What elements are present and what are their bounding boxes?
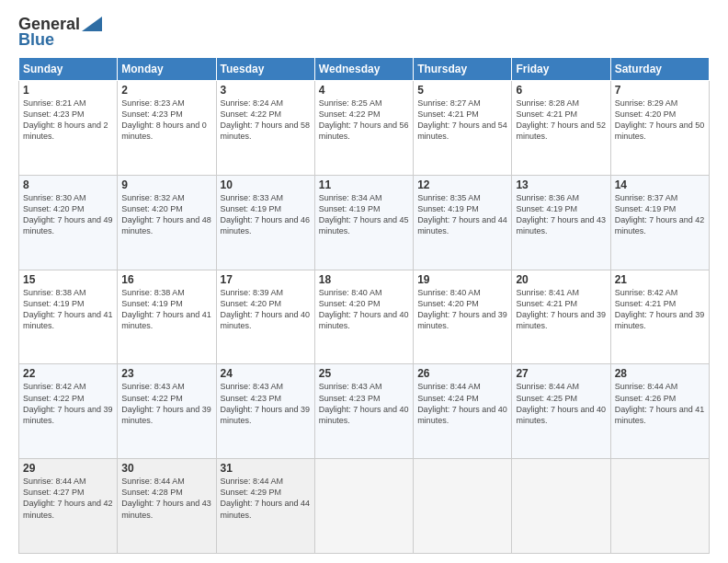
calendar-cell: 28 Sunrise: 8:44 AMSunset: 4:26 PMDaylig… (610, 364, 709, 459)
calendar-cell: 17 Sunrise: 8:39 AMSunset: 4:20 PMDaylig… (216, 270, 314, 364)
day-detail: Sunrise: 8:38 AMSunset: 4:19 PMDaylight:… (23, 288, 113, 330)
day-detail: Sunrise: 8:38 AMSunset: 4:19 PMDaylight:… (121, 288, 211, 330)
day-detail: Sunrise: 8:44 AMSunset: 4:26 PMDaylight:… (615, 382, 705, 424)
calendar-header-friday: Friday (512, 58, 610, 81)
day-number: 16 (121, 273, 211, 286)
calendar-cell: 5 Sunrise: 8:27 AMSunset: 4:21 PMDayligh… (414, 81, 512, 176)
calendar-cell: 20 Sunrise: 8:41 AMSunset: 4:21 PMDaylig… (512, 270, 610, 364)
day-number: 3 (221, 84, 311, 97)
day-detail: Sunrise: 8:42 AMSunset: 4:22 PMDaylight:… (23, 382, 113, 424)
calendar-cell: 6 Sunrise: 8:28 AMSunset: 4:21 PMDayligh… (512, 81, 610, 176)
calendar-cell (414, 459, 512, 554)
calendar-cell: 15 Sunrise: 8:38 AMSunset: 4:19 PMDaylig… (19, 270, 118, 364)
day-detail: Sunrise: 8:44 AMSunset: 4:29 PMDaylight:… (221, 477, 311, 519)
calendar-header-monday: Monday (118, 58, 216, 81)
day-detail: Sunrise: 8:44 AMSunset: 4:25 PMDaylight:… (516, 382, 606, 424)
day-detail: Sunrise: 8:44 AMSunset: 4:24 PMDaylight:… (417, 382, 507, 424)
header: General Blue (18, 15, 710, 50)
day-number: 29 (23, 462, 113, 475)
day-number: 12 (417, 178, 507, 191)
calendar-cell: 11 Sunrise: 8:34 AMSunset: 4:19 PMDaylig… (314, 175, 413, 270)
day-detail: Sunrise: 8:30 AMSunset: 4:20 PMDaylight:… (23, 193, 113, 236)
day-number: 9 (121, 178, 211, 191)
calendar-header-row: SundayMondayTuesdayWednesdayThursdayFrid… (19, 58, 710, 81)
calendar-cell (610, 459, 709, 554)
calendar-cell: 9 Sunrise: 8:32 AMSunset: 4:20 PMDayligh… (118, 175, 216, 270)
day-detail: Sunrise: 8:44 AMSunset: 4:27 PMDaylight:… (23, 477, 113, 519)
calendar-cell: 26 Sunrise: 8:44 AMSunset: 4:24 PMDaylig… (414, 364, 512, 459)
calendar-week-2: 8 Sunrise: 8:30 AMSunset: 4:20 PMDayligh… (19, 175, 710, 270)
calendar-cell: 29 Sunrise: 8:44 AMSunset: 4:27 PMDaylig… (19, 459, 118, 554)
calendar-week-1: 1 Sunrise: 8:21 AMSunset: 4:23 PMDayligh… (19, 81, 710, 176)
day-number: 28 (615, 367, 705, 380)
day-number: 13 (516, 178, 606, 191)
calendar-week-3: 15 Sunrise: 8:38 AMSunset: 4:19 PMDaylig… (19, 270, 710, 364)
calendar-body: 1 Sunrise: 8:21 AMSunset: 4:23 PMDayligh… (19, 81, 710, 554)
calendar-cell: 22 Sunrise: 8:42 AMSunset: 4:22 PMDaylig… (19, 364, 118, 459)
day-number: 6 (516, 84, 606, 97)
day-detail: Sunrise: 8:28 AMSunset: 4:21 PMDaylight:… (516, 98, 606, 141)
day-detail: Sunrise: 8:44 AMSunset: 4:28 PMDaylight:… (121, 477, 211, 519)
day-detail: Sunrise: 8:39 AMSunset: 4:20 PMDaylight:… (221, 288, 311, 330)
calendar-cell: 24 Sunrise: 8:43 AMSunset: 4:23 PMDaylig… (216, 364, 314, 459)
day-number: 18 (319, 273, 409, 286)
day-detail: Sunrise: 8:43 AMSunset: 4:22 PMDaylight:… (121, 382, 211, 424)
calendar-table: SundayMondayTuesdayWednesdayThursdayFrid… (18, 57, 710, 554)
day-detail: Sunrise: 8:24 AMSunset: 4:22 PMDaylight:… (221, 98, 311, 141)
day-number: 30 (121, 462, 211, 475)
calendar-cell: 30 Sunrise: 8:44 AMSunset: 4:28 PMDaylig… (118, 459, 216, 554)
calendar-cell: 12 Sunrise: 8:35 AMSunset: 4:19 PMDaylig… (414, 175, 512, 270)
day-detail: Sunrise: 8:35 AMSunset: 4:19 PMDaylight:… (417, 193, 507, 236)
calendar-cell: 14 Sunrise: 8:37 AMSunset: 4:19 PMDaylig… (610, 175, 709, 270)
calendar-header-sunday: Sunday (19, 58, 118, 81)
day-detail: Sunrise: 8:33 AMSunset: 4:19 PMDaylight:… (221, 193, 311, 236)
calendar-cell: 3 Sunrise: 8:24 AMSunset: 4:22 PMDayligh… (216, 81, 314, 176)
day-detail: Sunrise: 8:43 AMSunset: 4:23 PMDaylight:… (221, 382, 311, 424)
calendar-cell: 31 Sunrise: 8:44 AMSunset: 4:29 PMDaylig… (216, 459, 314, 554)
day-number: 14 (615, 178, 705, 191)
day-detail: Sunrise: 8:32 AMSunset: 4:20 PMDaylight:… (121, 193, 211, 236)
logo-icon (82, 17, 102, 31)
page: General Blue SundayMondayTuesdayWednesda… (0, 0, 728, 563)
logo-blue-text: Blue (18, 30, 54, 50)
day-number: 27 (516, 367, 606, 380)
day-number: 11 (319, 178, 409, 191)
calendar-cell: 27 Sunrise: 8:44 AMSunset: 4:25 PMDaylig… (512, 364, 610, 459)
day-detail: Sunrise: 8:29 AMSunset: 4:20 PMDaylight:… (615, 98, 705, 141)
day-number: 15 (23, 273, 113, 286)
day-number: 22 (23, 367, 113, 380)
calendar-cell: 25 Sunrise: 8:43 AMSunset: 4:23 PMDaylig… (314, 364, 413, 459)
day-number: 8 (23, 178, 113, 191)
day-detail: Sunrise: 8:40 AMSunset: 4:20 PMDaylight:… (417, 288, 507, 330)
calendar-cell: 21 Sunrise: 8:42 AMSunset: 4:21 PMDaylig… (610, 270, 709, 364)
day-number: 10 (221, 178, 311, 191)
day-number: 20 (516, 273, 606, 286)
day-detail: Sunrise: 8:43 AMSunset: 4:23 PMDaylight:… (319, 382, 409, 424)
day-number: 21 (615, 273, 705, 286)
day-detail: Sunrise: 8:41 AMSunset: 4:21 PMDaylight:… (516, 288, 606, 330)
day-number: 5 (417, 84, 507, 97)
calendar-cell: 8 Sunrise: 8:30 AMSunset: 4:20 PMDayligh… (19, 175, 118, 270)
calendar-header-thursday: Thursday (414, 58, 512, 81)
day-detail: Sunrise: 8:27 AMSunset: 4:21 PMDaylight:… (417, 98, 507, 141)
calendar-cell: 13 Sunrise: 8:36 AMSunset: 4:19 PMDaylig… (512, 175, 610, 270)
day-detail: Sunrise: 8:36 AMSunset: 4:19 PMDaylight:… (516, 193, 606, 236)
calendar-cell: 2 Sunrise: 8:23 AMSunset: 4:23 PMDayligh… (118, 81, 216, 176)
calendar-cell: 10 Sunrise: 8:33 AMSunset: 4:19 PMDaylig… (216, 175, 314, 270)
day-detail: Sunrise: 8:25 AMSunset: 4:22 PMDaylight:… (319, 98, 409, 141)
calendar-header-saturday: Saturday (610, 58, 709, 81)
calendar-cell: 18 Sunrise: 8:40 AMSunset: 4:20 PMDaylig… (314, 270, 413, 364)
day-number: 17 (221, 273, 311, 286)
calendar-cell (314, 459, 413, 554)
day-detail: Sunrise: 8:37 AMSunset: 4:19 PMDaylight:… (615, 193, 705, 236)
day-number: 7 (615, 84, 705, 97)
day-number: 31 (221, 462, 311, 475)
calendar-header-wednesday: Wednesday (314, 58, 413, 81)
svg-marker-0 (82, 17, 102, 31)
day-detail: Sunrise: 8:42 AMSunset: 4:21 PMDaylight:… (615, 288, 705, 330)
calendar-cell: 7 Sunrise: 8:29 AMSunset: 4:20 PMDayligh… (610, 81, 709, 176)
day-detail: Sunrise: 8:21 AMSunset: 4:23 PMDaylight:… (23, 98, 108, 141)
calendar-cell (512, 459, 610, 554)
day-number: 1 (23, 84, 113, 97)
calendar-cell: 4 Sunrise: 8:25 AMSunset: 4:22 PMDayligh… (314, 81, 413, 176)
